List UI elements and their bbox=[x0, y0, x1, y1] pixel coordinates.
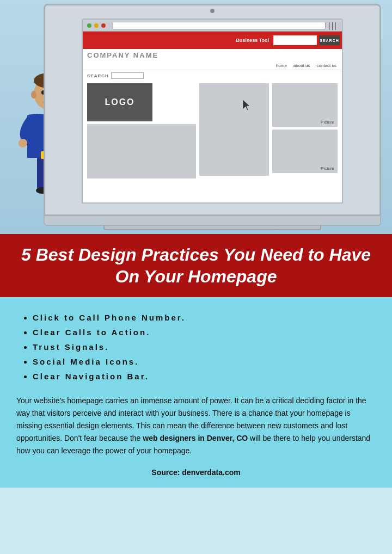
site-content-box bbox=[87, 124, 196, 178]
nav-contact[interactable]: contact us bbox=[315, 63, 339, 69]
site-left-column: LOGO bbox=[87, 83, 196, 200]
browser-titlebar: ||| bbox=[83, 20, 342, 32]
site-search-field[interactable] bbox=[111, 72, 144, 79]
browser-address-bar bbox=[113, 22, 326, 29]
site-picture-label-1: Picture bbox=[321, 120, 334, 125]
site-search-row: SEARCH bbox=[83, 70, 342, 81]
browser-dot-yellow bbox=[94, 23, 99, 28]
site-center-content bbox=[199, 83, 269, 176]
website-search-button[interactable]: SEARCH bbox=[319, 35, 340, 45]
bullet-item-1: Click to Call Phone Number. bbox=[33, 310, 376, 325]
browser-dot-red bbox=[101, 23, 106, 28]
site-logo-box: LOGO bbox=[87, 83, 152, 121]
site-right-column: Picture Picture bbox=[272, 83, 338, 200]
bullet-list: Click to Call Phone Number. Clear Calls … bbox=[16, 310, 376, 384]
body-paragraph: Your website's homepage carries an immen… bbox=[16, 395, 376, 457]
site-search-label: SEARCH bbox=[87, 73, 109, 78]
laptop-frame: ||| Business Tool SEARCH COMPANY NAME ho… bbox=[44, 4, 381, 216]
browser-menu-dots: ||| bbox=[328, 21, 338, 30]
svg-point-6 bbox=[19, 139, 27, 147]
site-picture-label-2: Picture bbox=[321, 166, 334, 171]
bullet-item-5: Clear Navigation Bar. bbox=[33, 369, 376, 384]
bullet-item-3: Trust Signals. bbox=[33, 340, 376, 354]
nav-about[interactable]: about us bbox=[291, 63, 313, 69]
browser-dot-green bbox=[87, 23, 91, 28]
title-band: 5 Best Design Practices You Need to Have… bbox=[0, 234, 392, 297]
site-picture-box-1: Picture bbox=[272, 83, 338, 127]
site-nav: home about us contact us bbox=[83, 61, 342, 70]
main-title: 5 Best Design Practices You Need to Have… bbox=[11, 244, 381, 287]
site-logo-text: LOGO bbox=[105, 97, 134, 107]
browser-window: ||| Business Tool SEARCH COMPANY NAME ho… bbox=[82, 19, 343, 204]
company-name: COMPANY NAME bbox=[83, 49, 342, 61]
site-main-grid: LOGO bbox=[83, 81, 342, 202]
search-field-label: Business Tool bbox=[236, 38, 269, 43]
svg-marker-13 bbox=[243, 100, 250, 110]
laptop-stand bbox=[44, 216, 381, 226]
content-area: Click to Call Phone Number. Clear Calls … bbox=[0, 297, 392, 488]
website-content: Business Tool SEARCH COMPANY NAME home a… bbox=[83, 32, 342, 202]
illustration-section: ||| Business Tool SEARCH COMPANY NAME ho… bbox=[0, 0, 392, 234]
site-picture-box-2: Picture bbox=[272, 130, 338, 173]
laptop-base bbox=[103, 226, 321, 230]
website-search-input[interactable] bbox=[273, 35, 317, 45]
bullet-item-4: Social Media Icons. bbox=[33, 354, 376, 369]
nav-home[interactable]: home bbox=[274, 63, 289, 69]
source-line: Source: denverdata.com bbox=[16, 466, 376, 477]
bullet-item-2: Clear Calls to Action. bbox=[33, 325, 376, 340]
cursor-arrow bbox=[243, 100, 253, 112]
site-header-bar: Business Tool SEARCH bbox=[83, 32, 342, 49]
body-text-bold: web designers in Denver, CO bbox=[143, 434, 248, 442]
svg-point-4 bbox=[31, 91, 36, 99]
